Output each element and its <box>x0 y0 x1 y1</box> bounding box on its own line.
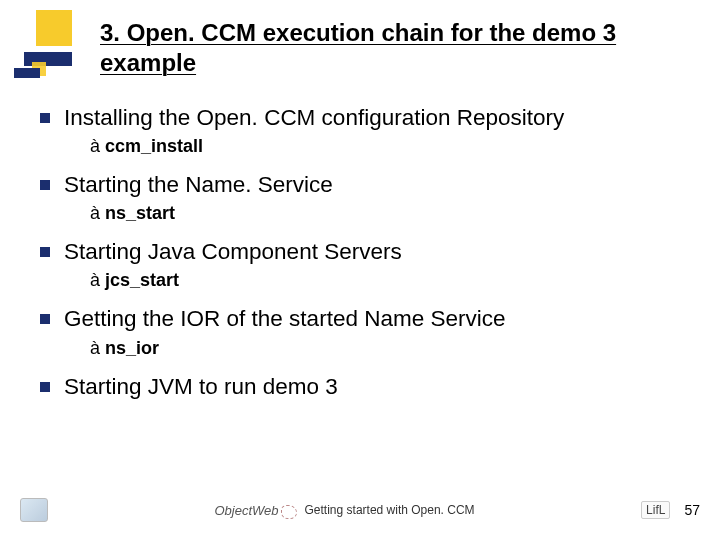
item-command: ccm_install <box>105 136 203 156</box>
page-number: 57 <box>684 502 700 518</box>
list-item: Starting the Name. Service à ns_start <box>40 171 690 224</box>
bullet-icon <box>40 180 50 190</box>
item-command: jcs_start <box>105 270 179 290</box>
objectweb-logo: ObjectWeb <box>214 503 296 518</box>
title-area: 3. Open. CCM execution chain for the dem… <box>0 0 720 86</box>
list-item: Starting JVM to run demo 3 <box>40 373 690 401</box>
footer-center: ObjectWeb Getting started with Open. CCM <box>48 503 641 518</box>
item-text: Installing the Open. CCM configuration R… <box>64 104 564 132</box>
slide-footer: ObjectWeb Getting started with Open. CCM… <box>0 490 720 530</box>
decor-bar-navy-small <box>14 68 40 78</box>
item-text: Starting the Name. Service <box>64 171 333 199</box>
bullet-icon <box>40 247 50 257</box>
arrow-icon: à <box>90 136 100 156</box>
list-item: Starting Java Component Servers à jcs_st… <box>40 238 690 291</box>
lifl-logo: LifL <box>641 501 670 519</box>
item-text: Starting JVM to run demo 3 <box>64 373 338 401</box>
bullet-icon <box>40 382 50 392</box>
item-text: Starting Java Component Servers <box>64 238 402 266</box>
list-item: Installing the Open. CCM configuration R… <box>40 104 690 157</box>
bullet-icon <box>40 113 50 123</box>
footer-left <box>20 498 48 522</box>
decor-square-yellow-large <box>36 10 72 46</box>
arrow-icon: à <box>90 203 100 223</box>
arrow-icon: à <box>90 338 100 358</box>
item-text: Getting the IOR of the started Name Serv… <box>64 305 505 333</box>
footer-caption: Getting started with Open. CCM <box>305 503 475 517</box>
slide: 3. Open. CCM execution chain for the dem… <box>0 0 720 540</box>
slide-title: 3. Open. CCM execution chain for the dem… <box>100 18 692 78</box>
bullet-icon <box>40 314 50 324</box>
org-logo-icon <box>20 498 48 522</box>
item-command: ns_ior <box>105 338 159 358</box>
list-item: Getting the IOR of the started Name Serv… <box>40 305 690 358</box>
arrow-icon: à <box>90 270 100 290</box>
item-command: ns_start <box>105 203 175 223</box>
slide-body: Installing the Open. CCM configuration R… <box>0 86 720 401</box>
footer-right: LifL 57 <box>641 501 700 519</box>
